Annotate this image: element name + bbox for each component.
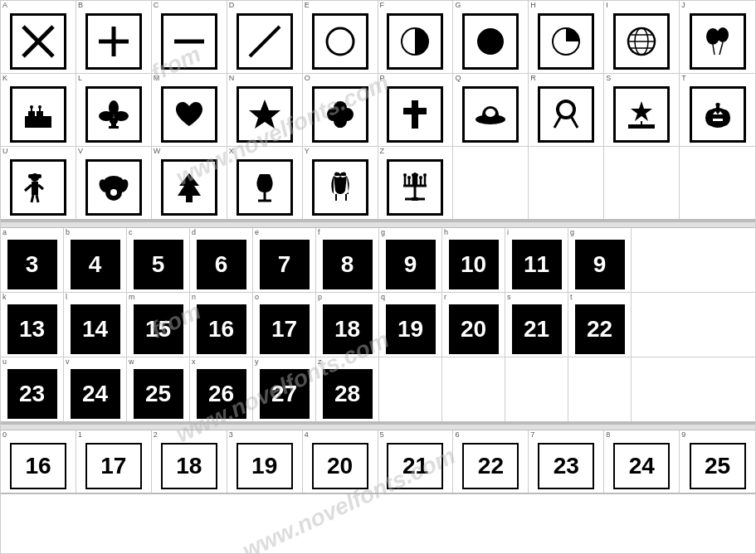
icon-circle-half — [387, 13, 443, 70]
cell-label-H: H — [529, 1, 603, 10]
cell-label-B: B — [76, 1, 151, 10]
icon-x-cross — [10, 13, 66, 70]
black-num-22: 22 — [575, 304, 625, 354]
black-num-25: 25 — [134, 369, 183, 419]
svg-rect-31 — [109, 126, 119, 129]
cell-label-G: G — [453, 1, 528, 10]
cell-K: K — [1, 74, 76, 146]
cell-label-C: C — [152, 1, 227, 10]
svg-line-58 — [25, 185, 32, 191]
cell-F: F — [378, 1, 454, 73]
icon-balloons — [690, 13, 746, 70]
black-num-14: 14 — [71, 304, 120, 354]
cell-E: E — [303, 1, 378, 73]
outline-num-23: 23 — [538, 443, 594, 489]
cell-b: b 4 — [64, 228, 127, 292]
icon-cross — [387, 86, 443, 143]
svg-point-24 — [30, 105, 33, 109]
cell-W: W — [152, 147, 227, 219]
cell-e: e 7 — [253, 228, 316, 292]
cell-p: p 18 — [316, 293, 379, 357]
svg-line-61 — [37, 195, 38, 202]
cell-q: q 19 — [379, 293, 442, 357]
icon-sombrero — [462, 86, 519, 143]
icon-fleur — [85, 86, 142, 143]
svg-point-67 — [110, 189, 117, 196]
cell-r: r 20 — [442, 293, 505, 357]
cell-extra-1 — [632, 228, 677, 292]
cell-l: l 14 — [64, 293, 127, 357]
black-num-19: 19 — [386, 304, 436, 354]
black-num-10: 10 — [449, 240, 499, 289]
black-num-5: 5 — [134, 240, 183, 289]
cell-label-J: J — [680, 1, 755, 10]
black-num-21: 21 — [512, 304, 562, 354]
cell-label-V: V — [76, 147, 151, 156]
black-row-1: a 3 b 4 c 5 d 6 — [1, 228, 755, 293]
black-num-23: 23 — [7, 369, 57, 419]
black-num-13: 13 — [7, 304, 57, 354]
cell-label-E: E — [303, 1, 378, 10]
cell-extra-5 — [505, 357, 568, 421]
outline-cell-3: 3 19 — [227, 430, 303, 493]
cell-j: g 9 — [568, 228, 632, 292]
symbol-row-2: K L — [1, 74, 755, 147]
outline-num-16: 16 — [10, 443, 66, 489]
cell-label-N: N — [227, 74, 302, 83]
cell-label-T: T — [680, 74, 755, 83]
svg-point-83 — [415, 173, 418, 177]
cell-label-W: W — [152, 147, 227, 156]
icon-wine — [237, 159, 293, 216]
cell-U: U — [1, 147, 76, 219]
svg-line-18 — [719, 42, 723, 55]
svg-line-45 — [571, 116, 578, 128]
black-num-27: 27 — [260, 369, 310, 419]
cell-M: M — [152, 74, 227, 146]
outline-cell-9: 9 25 — [680, 430, 755, 493]
outline-cell-1: 1 17 — [76, 430, 152, 493]
outline-num-22: 22 — [462, 443, 519, 489]
black-num-9a: 9 — [386, 240, 436, 289]
cell-empty-3 — [604, 147, 680, 219]
outline-cell-0: 0 16 — [1, 430, 76, 493]
svg-marker-32 — [249, 100, 280, 129]
cell-d: d 6 — [190, 228, 253, 292]
cell-i: i 11 — [505, 228, 568, 292]
cell-z2: z 28 — [316, 357, 379, 421]
cell-label-R: R — [529, 74, 603, 83]
icon-soldier — [10, 159, 66, 216]
icon-turkey — [85, 159, 142, 216]
page-wrapper: from www.novelfonts.com from www.novelfo… — [0, 0, 756, 554]
icon-toast — [312, 159, 368, 216]
svg-rect-62 — [28, 174, 41, 178]
black-num-17: 17 — [260, 304, 310, 354]
cell-h: h 10 — [442, 228, 505, 292]
outline-cell-8: 8 24 — [604, 430, 680, 493]
section-symbols: A B C — [1, 1, 755, 221]
outline-num-25: 25 — [690, 443, 746, 489]
black-num-3: 3 — [7, 240, 57, 289]
icon-cake — [10, 86, 66, 143]
cell-extra-7 — [632, 357, 677, 421]
cell-P: P — [378, 74, 454, 146]
cell-extra-3 — [379, 357, 442, 421]
cell-Q: Q — [453, 74, 529, 146]
cell-R: R — [529, 74, 604, 146]
cell-label-K: K — [1, 74, 76, 83]
cell-B: B — [76, 1, 152, 73]
cell-empty-4 — [680, 147, 755, 219]
icon-tree — [161, 159, 217, 216]
cell-label-O: O — [303, 74, 378, 83]
symbol-row-1: A B C — [1, 1, 755, 74]
svg-rect-52 — [716, 106, 719, 111]
cell-s: s 21 — [505, 293, 568, 357]
svg-line-5 — [250, 27, 280, 56]
cell-H: H — [529, 1, 604, 73]
cell-f: f 8 — [316, 228, 379, 292]
cell-label-Y: Y — [303, 147, 378, 156]
svg-marker-46 — [631, 101, 652, 121]
icon-heart — [161, 86, 217, 143]
outline-cell-5: 5 21 — [378, 430, 454, 493]
svg-point-42 — [485, 109, 495, 117]
section-divider-1 — [1, 221, 755, 228]
